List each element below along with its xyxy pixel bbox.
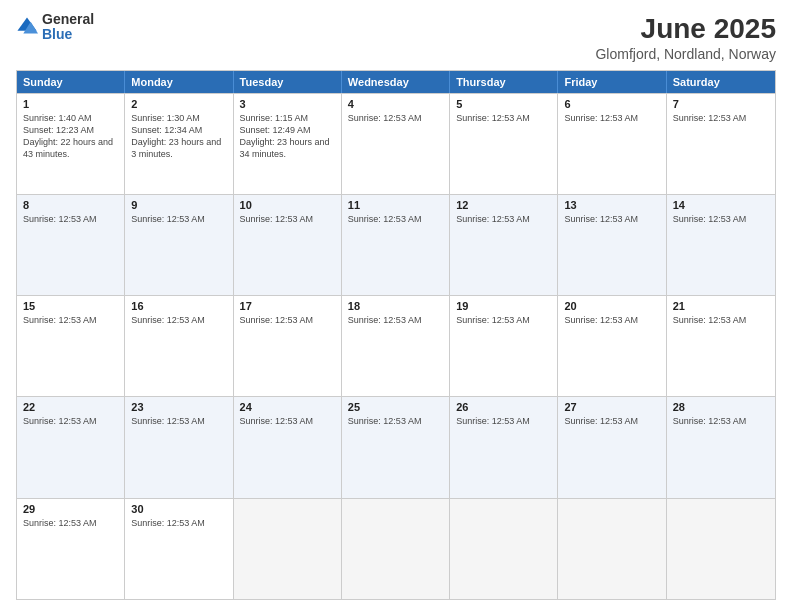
day-info: Sunrise: 12:53 AM bbox=[673, 314, 769, 326]
day-number: 16 bbox=[131, 300, 226, 312]
day-info: Sunrise: 12:53 AM bbox=[348, 112, 443, 124]
day-info: Sunrise: 12:53 AM bbox=[348, 415, 443, 427]
logo: General Blue bbox=[16, 12, 94, 43]
calendar-week-4: 22Sunrise: 12:53 AM23Sunrise: 12:53 AM24… bbox=[17, 396, 775, 497]
calendar-cell: 26Sunrise: 12:53 AM bbox=[450, 397, 558, 497]
day-number: 7 bbox=[673, 98, 769, 110]
day-number: 8 bbox=[23, 199, 118, 211]
calendar-cell: 8Sunrise: 12:53 AM bbox=[17, 195, 125, 295]
calendar-cell: 22Sunrise: 12:53 AM bbox=[17, 397, 125, 497]
main-title: June 2025 bbox=[595, 12, 776, 46]
calendar-cell: 3Sunrise: 1:15 AM Sunset: 12:49 AM Dayli… bbox=[234, 94, 342, 194]
day-info: Sunrise: 1:15 AM Sunset: 12:49 AM Daylig… bbox=[240, 112, 335, 161]
calendar-cell: 2Sunrise: 1:30 AM Sunset: 12:34 AM Dayli… bbox=[125, 94, 233, 194]
header: General Blue June 2025 Glomfjord, Nordla… bbox=[16, 12, 776, 62]
calendar-cell: 7Sunrise: 12:53 AM bbox=[667, 94, 775, 194]
day-info: Sunrise: 12:53 AM bbox=[673, 415, 769, 427]
day-info: Sunrise: 12:53 AM bbox=[348, 213, 443, 225]
day-number: 2 bbox=[131, 98, 226, 110]
day-number: 15 bbox=[23, 300, 118, 312]
day-info: Sunrise: 12:53 AM bbox=[456, 415, 551, 427]
day-info: Sunrise: 12:53 AM bbox=[673, 213, 769, 225]
calendar-cell bbox=[234, 499, 342, 599]
calendar-cell: 30Sunrise: 12:53 AM bbox=[125, 499, 233, 599]
calendar-cell: 5Sunrise: 12:53 AM bbox=[450, 94, 558, 194]
day-number: 14 bbox=[673, 199, 769, 211]
calendar-cell bbox=[558, 499, 666, 599]
calendar-cell: 1Sunrise: 1:40 AM Sunset: 12:23 AM Dayli… bbox=[17, 94, 125, 194]
header-saturday: Saturday bbox=[667, 71, 775, 93]
calendar-cell: 19Sunrise: 12:53 AM bbox=[450, 296, 558, 396]
day-number: 18 bbox=[348, 300, 443, 312]
day-number: 9 bbox=[131, 199, 226, 211]
day-info: Sunrise: 12:53 AM bbox=[564, 415, 659, 427]
calendar-cell: 28Sunrise: 12:53 AM bbox=[667, 397, 775, 497]
day-number: 12 bbox=[456, 199, 551, 211]
day-number: 27 bbox=[564, 401, 659, 413]
day-number: 19 bbox=[456, 300, 551, 312]
calendar-cell bbox=[450, 499, 558, 599]
day-info: Sunrise: 12:53 AM bbox=[23, 314, 118, 326]
logo-icon bbox=[16, 16, 38, 38]
day-number: 28 bbox=[673, 401, 769, 413]
subtitle: Glomfjord, Nordland, Norway bbox=[595, 46, 776, 62]
day-info: Sunrise: 12:53 AM bbox=[23, 415, 118, 427]
day-info: Sunrise: 12:53 AM bbox=[456, 112, 551, 124]
day-info: Sunrise: 12:53 AM bbox=[131, 213, 226, 225]
day-info: Sunrise: 12:53 AM bbox=[23, 517, 118, 529]
calendar-cell: 29Sunrise: 12:53 AM bbox=[17, 499, 125, 599]
day-number: 17 bbox=[240, 300, 335, 312]
day-number: 4 bbox=[348, 98, 443, 110]
day-number: 20 bbox=[564, 300, 659, 312]
day-info: Sunrise: 12:53 AM bbox=[564, 112, 659, 124]
day-info: Sunrise: 12:53 AM bbox=[240, 415, 335, 427]
day-number: 26 bbox=[456, 401, 551, 413]
calendar-cell: 17Sunrise: 12:53 AM bbox=[234, 296, 342, 396]
calendar-cell bbox=[342, 499, 450, 599]
day-info: Sunrise: 12:53 AM bbox=[240, 213, 335, 225]
day-number: 11 bbox=[348, 199, 443, 211]
calendar-cell: 25Sunrise: 12:53 AM bbox=[342, 397, 450, 497]
day-info: Sunrise: 12:53 AM bbox=[23, 213, 118, 225]
day-info: Sunrise: 1:40 AM Sunset: 12:23 AM Daylig… bbox=[23, 112, 118, 161]
day-info: Sunrise: 12:53 AM bbox=[131, 415, 226, 427]
logo-text: General Blue bbox=[42, 12, 94, 43]
calendar-cell: 16Sunrise: 12:53 AM bbox=[125, 296, 233, 396]
day-number: 30 bbox=[131, 503, 226, 515]
calendar-week-2: 8Sunrise: 12:53 AM9Sunrise: 12:53 AM10Su… bbox=[17, 194, 775, 295]
calendar-body: 1Sunrise: 1:40 AM Sunset: 12:23 AM Dayli… bbox=[17, 93, 775, 599]
header-monday: Monday bbox=[125, 71, 233, 93]
calendar-cell: 15Sunrise: 12:53 AM bbox=[17, 296, 125, 396]
day-number: 22 bbox=[23, 401, 118, 413]
header-friday: Friday bbox=[558, 71, 666, 93]
calendar: Sunday Monday Tuesday Wednesday Thursday… bbox=[16, 70, 776, 600]
calendar-cell: 9Sunrise: 12:53 AM bbox=[125, 195, 233, 295]
day-number: 21 bbox=[673, 300, 769, 312]
day-info: Sunrise: 12:53 AM bbox=[131, 314, 226, 326]
logo-line2: Blue bbox=[42, 27, 94, 42]
day-number: 10 bbox=[240, 199, 335, 211]
day-info: Sunrise: 12:53 AM bbox=[240, 314, 335, 326]
calendar-cell: 23Sunrise: 12:53 AM bbox=[125, 397, 233, 497]
header-tuesday: Tuesday bbox=[234, 71, 342, 93]
day-number: 29 bbox=[23, 503, 118, 515]
day-info: Sunrise: 1:30 AM Sunset: 12:34 AM Daylig… bbox=[131, 112, 226, 161]
day-info: Sunrise: 12:53 AM bbox=[348, 314, 443, 326]
calendar-cell: 6Sunrise: 12:53 AM bbox=[558, 94, 666, 194]
day-info: Sunrise: 12:53 AM bbox=[131, 517, 226, 529]
calendar-cell: 24Sunrise: 12:53 AM bbox=[234, 397, 342, 497]
calendar-cell: 11Sunrise: 12:53 AM bbox=[342, 195, 450, 295]
calendar-cell: 14Sunrise: 12:53 AM bbox=[667, 195, 775, 295]
day-number: 23 bbox=[131, 401, 226, 413]
calendar-cell: 21Sunrise: 12:53 AM bbox=[667, 296, 775, 396]
calendar-cell: 4Sunrise: 12:53 AM bbox=[342, 94, 450, 194]
day-number: 6 bbox=[564, 98, 659, 110]
header-thursday: Thursday bbox=[450, 71, 558, 93]
calendar-cell: 18Sunrise: 12:53 AM bbox=[342, 296, 450, 396]
day-number: 13 bbox=[564, 199, 659, 211]
calendar-cell: 13Sunrise: 12:53 AM bbox=[558, 195, 666, 295]
calendar-header: Sunday Monday Tuesday Wednesday Thursday… bbox=[17, 71, 775, 93]
day-number: 24 bbox=[240, 401, 335, 413]
day-number: 25 bbox=[348, 401, 443, 413]
calendar-week-5: 29Sunrise: 12:53 AM30Sunrise: 12:53 AM bbox=[17, 498, 775, 599]
